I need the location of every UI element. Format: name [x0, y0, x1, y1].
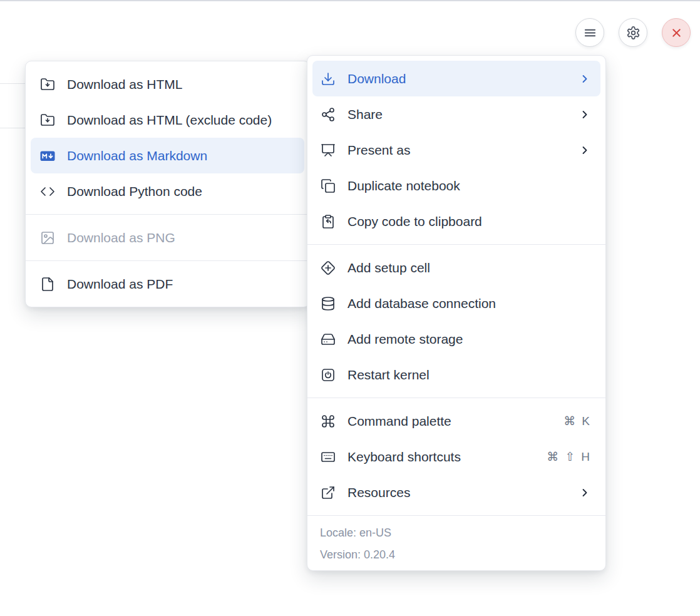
download-submenu: Download as HTMLDownload as HTML (exclud… [25, 61, 310, 307]
menu-divider [307, 398, 605, 398]
shortcut-key: K [582, 415, 590, 427]
download-submenu-item-download-python-code[interactable]: Download Python code [31, 173, 304, 209]
menu-footer: Locale: en-US Version: 0.20.4 [307, 515, 605, 565]
close-icon [670, 26, 683, 39]
download-submenu-item-download-as-html-exclude-code[interactable]: Download as HTML (exclude code) [31, 102, 304, 138]
notebook-menu: DownloadSharePresent asDuplicate noteboo… [307, 55, 606, 571]
menu-item-label: Download as HTML [67, 78, 295, 91]
background-rule-1 [0, 83, 28, 84]
menu-item-label: Download as HTML (exclude code) [67, 113, 295, 126]
download-submenu-item-download-as-markdown[interactable]: Download as Markdown [31, 138, 304, 173]
chevron-right-icon [579, 144, 591, 157]
database-icon [321, 296, 336, 311]
hard-drive-icon [321, 332, 336, 347]
version-text: Version: 0.20.4 [320, 548, 593, 562]
notebook-menu-item-add-remote-storage[interactable]: Add remote storage [312, 321, 600, 357]
notebook-menu-item-resources[interactable]: Resources [312, 475, 600, 510]
menu-item-label: Resources [347, 486, 567, 499]
diamond-plus-icon [321, 260, 336, 275]
notebook-action-buttons [575, 18, 691, 47]
app-screen: Download as HTMLDownload as HTML (exclud… [0, 0, 700, 616]
shortcut-key: ⌘ [564, 415, 575, 427]
shortcut-key: ⌘ [547, 451, 558, 463]
external-link-icon [321, 485, 336, 500]
page-top-border [0, 0, 700, 1]
download-submenu-item-download-as-html[interactable]: Download as HTML [31, 66, 304, 102]
chevron-right-icon [579, 73, 591, 85]
notebook-menu-item-command-palette[interactable]: Command palette⌘K [312, 403, 600, 439]
menu-divider [26, 214, 309, 215]
menu-divider [307, 244, 605, 245]
image-icon [40, 230, 55, 245]
menu-item-label: Copy code to clipboard [347, 215, 591, 228]
code-icon [40, 184, 55, 199]
gear-icon [626, 26, 641, 40]
copy-icon [321, 178, 336, 193]
notebook-menu-item-share[interactable]: Share [312, 96, 600, 132]
keyboard-shortcut-hint: ⌘⇧H [547, 451, 590, 463]
chevron-right-icon [579, 108, 591, 121]
folder-down-icon [40, 113, 55, 128]
notebook-menu-item-add-database-connection[interactable]: Add database connection [312, 285, 600, 321]
menu-item-label: Duplicate notebook [347, 179, 591, 192]
notebook-menu-item-copy-code-to-clipboard[interactable]: Copy code to clipboard [312, 203, 600, 239]
menu-item-label: Download as PDF [67, 277, 295, 290]
notebook-menu-item-restart-kernel[interactable]: Restart kernel [312, 357, 600, 393]
notebook-menu-item-download[interactable]: Download [312, 61, 600, 96]
hamburger-icon [583, 26, 597, 40]
menu-item-label: Download as Markdown [67, 149, 295, 162]
notebook-menu-item-keyboard-shortcuts[interactable]: Keyboard shortcuts⌘⇧H [312, 439, 600, 475]
clipboard-copy-icon [321, 214, 336, 229]
menu-item-label: Command palette [347, 414, 552, 428]
menu-item-label: Download [347, 72, 567, 85]
menu-item-label: Present as [347, 143, 567, 157]
file-icon [40, 277, 55, 292]
power-icon [321, 367, 336, 382]
background-rule-2 [0, 128, 28, 128]
presentation-icon [321, 143, 336, 158]
download-submenu-item-download-as-png: Download as PNG [31, 220, 304, 255]
menu-item-label: Share [347, 108, 567, 121]
locale-text: Locale: en-US [320, 526, 593, 540]
menu-item-label: Download Python code [67, 185, 295, 198]
download-submenu-item-download-as-pdf[interactable]: Download as PDF [31, 266, 304, 302]
command-icon [321, 414, 336, 429]
menu-item-label: Add setup cell [347, 261, 591, 274]
menu-item-label: Restart kernel [347, 368, 591, 381]
shortcut-key: ⇧ [565, 451, 575, 463]
menu-button[interactable] [575, 18, 604, 47]
settings-button[interactable] [619, 18, 647, 47]
menu-divider [26, 260, 309, 261]
chevron-right-icon [579, 486, 591, 499]
folder-down-icon [40, 77, 55, 92]
menu-item-label: Keyboard shortcuts [347, 450, 535, 463]
notebook-menu-item-duplicate-notebook[interactable]: Duplicate notebook [312, 168, 600, 203]
share-icon [321, 107, 336, 122]
keyboard-shortcut-hint: ⌘K [564, 415, 590, 427]
menu-item-label: Add remote storage [347, 332, 591, 346]
notebook-menu-item-present-as[interactable]: Present as [312, 132, 600, 168]
keyboard-icon [321, 449, 336, 465]
notebook-menu-item-add-setup-cell[interactable]: Add setup cell [312, 250, 600, 285]
menu-item-label: Download as PNG [67, 231, 295, 244]
markdown-icon [40, 148, 55, 163]
download-icon [321, 71, 336, 86]
close-button[interactable] [662, 18, 691, 47]
menu-item-label: Add database connection [347, 297, 591, 310]
shortcut-key: H [581, 451, 590, 463]
